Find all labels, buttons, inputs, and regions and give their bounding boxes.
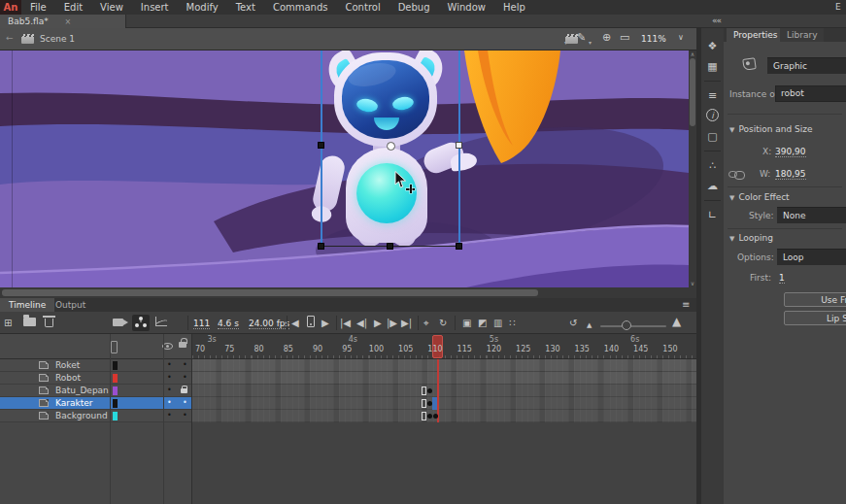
show-parent-layers-icon[interactable] (132, 315, 150, 331)
collapse-triangle-icon[interactable]: ▼ (729, 235, 734, 243)
robot-character[interactable] (319, 50, 464, 251)
layer-color-swatch[interactable] (113, 374, 118, 383)
go-to-first-frame-icon[interactable]: |◀ (340, 316, 351, 330)
tab-properties[interactable]: Properties (727, 28, 784, 42)
color-panel-icon[interactable]: ❖ (701, 36, 724, 56)
collapse-panels-icon[interactable]: «« (712, 16, 721, 25)
layer-lock-dot[interactable]: • (183, 360, 187, 369)
back-arrow-icon[interactable]: ← (6, 33, 14, 43)
transform-panel-icon[interactable]: ▢ (701, 126, 724, 147)
layer-frames-batu_depan[interactable] (192, 385, 697, 397)
timeline-zoom-slider[interactable] (600, 325, 666, 327)
reset-timeline-zoom-icon[interactable]: ↺ (569, 316, 577, 330)
scene-name[interactable]: Scene 1 (40, 34, 75, 44)
menu-edit[interactable]: Edit (55, 0, 91, 15)
step-back-icon[interactable]: ◀ (291, 316, 299, 330)
modify-markers-icon[interactable]: ∷ (509, 316, 515, 330)
collapse-triangle-icon[interactable]: ▼ (729, 126, 734, 134)
layer-frames-background[interactable] (192, 410, 697, 422)
symbol-type-select[interactable]: Graphic (767, 57, 846, 74)
use-frame-picker-button[interactable]: Use Fra (784, 292, 846, 307)
align-panel-icon[interactable]: ≡ (701, 85, 724, 106)
vertical-scroll-thumb[interactable] (690, 58, 695, 126)
timeline-zoom-out-icon[interactable]: ▲ (587, 319, 592, 333)
tab-output[interactable]: Output (47, 298, 94, 312)
lip-sync-button[interactable]: Lip S (784, 311, 846, 325)
cc-libraries-panel-icon[interactable]: ☁ (701, 176, 724, 196)
motion-editor-panel-icon[interactable]: ∟ (701, 205, 724, 225)
add-camera-icon[interactable] (113, 316, 123, 330)
layer-lock-dot[interactable]: • (183, 411, 187, 420)
next-frame-icon[interactable]: |▶ (387, 316, 397, 330)
close-tab-icon[interactable]: × (65, 17, 72, 26)
panel-menu-icon[interactable]: ≡ (682, 299, 690, 310)
layer-visibility-dot[interactable]: • (167, 360, 172, 369)
menu-text[interactable]: Text (227, 0, 264, 15)
layer-visibility-dot[interactable]: • (167, 373, 172, 382)
loop-playback-icon[interactable]: ↻ (439, 316, 447, 330)
previous-frame-icon[interactable]: ◀| (356, 316, 367, 330)
keyframe-dot[interactable] (433, 414, 438, 419)
center-frame-icon[interactable]: ⌖ (423, 316, 429, 330)
selection-handle-bottom-center[interactable] (387, 243, 393, 250)
onion-skin-icon[interactable]: ▣ (462, 316, 471, 330)
section-looping[interactable]: ▼Looping (729, 233, 773, 243)
layer-color-swatch[interactable] (113, 399, 118, 408)
layer-color-swatch[interactable] (113, 412, 118, 420)
transform-point[interactable] (387, 142, 395, 151)
new-folder-icon[interactable] (23, 316, 36, 330)
edit-symbols-icon[interactable]: ✎ (577, 31, 586, 44)
frame-rate-value[interactable]: 24.00 fps (249, 319, 289, 329)
layer-lock-dot[interactable]: • (183, 373, 187, 382)
first-frame-value[interactable]: 1 (779, 273, 785, 284)
timeline-zoom-in-icon[interactable]: ▲ (672, 315, 681, 329)
layer-visibility-dot[interactable]: • (167, 411, 172, 420)
x-value[interactable]: 390,90 (775, 147, 806, 157)
clip-content-icon[interactable]: ▭ (620, 31, 629, 44)
layer-frames-karakter[interactable] (192, 397, 697, 410)
current-frame-value[interactable]: 111 (193, 319, 210, 329)
selection-handle-bottom-right[interactable] (456, 243, 462, 250)
outline-column-icon[interactable] (111, 341, 118, 353)
play-icon[interactable]: ▶ (374, 316, 382, 330)
loop-options-select[interactable]: Loop (777, 249, 846, 265)
zoom-dropdown-icon[interactable]: ∨ (678, 33, 684, 42)
menu-help[interactable]: Help (494, 0, 534, 15)
center-stage-icon[interactable]: ⊕ (602, 31, 611, 44)
menu-control[interactable]: Control (337, 0, 389, 15)
menu-debug[interactable]: Debug (389, 0, 439, 15)
stage-horizontal-scrollbar[interactable] (0, 287, 696, 298)
brush-library-panel-icon[interactable]: ∴ (701, 155, 724, 176)
layer-lock-icon[interactable] (181, 388, 187, 393)
onion-skin-outlines-icon[interactable]: ◩ (478, 316, 487, 330)
stage-canvas[interactable] (0, 50, 689, 287)
go-to-last-frame-icon[interactable]: ▶| (401, 316, 412, 330)
edit-multiple-frames-icon[interactable]: ▥ (493, 316, 502, 330)
menu-view[interactable]: View (91, 0, 132, 15)
selection-handle-mid-right[interactable] (456, 142, 462, 149)
link-width-height-icon[interactable] (728, 171, 737, 178)
section-position-size[interactable]: ▼Position and Size (729, 124, 813, 134)
ease-graph-icon[interactable] (155, 316, 167, 330)
delete-layer-icon[interactable] (45, 316, 53, 330)
current-frame-indicator-icon[interactable] (307, 316, 315, 330)
instance-name-input[interactable]: robot (775, 85, 846, 102)
workspace-button[interactable]: E (835, 0, 846, 15)
layer-color-swatch[interactable] (113, 361, 118, 370)
layer-color-swatch[interactable] (113, 386, 118, 395)
collapse-triangle-icon[interactable]: ▼ (729, 194, 734, 202)
step-forward-icon[interactable]: ▶ (321, 316, 329, 330)
section-color-effect[interactable]: ▼Color Effect (729, 192, 790, 202)
document-tab[interactable]: Bab5.fla* × (0, 15, 126, 28)
layer-lock-dot[interactable]: • (183, 398, 187, 407)
stage-vertical-scrollbar[interactable]: ∧ ∨ (689, 50, 696, 287)
menu-window[interactable]: Window (439, 0, 494, 15)
keyframe-dot[interactable] (427, 414, 432, 419)
stage-zoom-value[interactable]: 111% (641, 34, 666, 44)
timeline-zoom-knob[interactable] (622, 320, 631, 330)
swatches-panel-icon[interactable]: ▦ (701, 56, 724, 77)
menu-commands[interactable]: Commands (264, 0, 337, 15)
tab-library[interactable]: Library (780, 28, 824, 42)
menu-modify[interactable]: Modify (178, 0, 227, 15)
style-select[interactable]: None (777, 207, 846, 223)
